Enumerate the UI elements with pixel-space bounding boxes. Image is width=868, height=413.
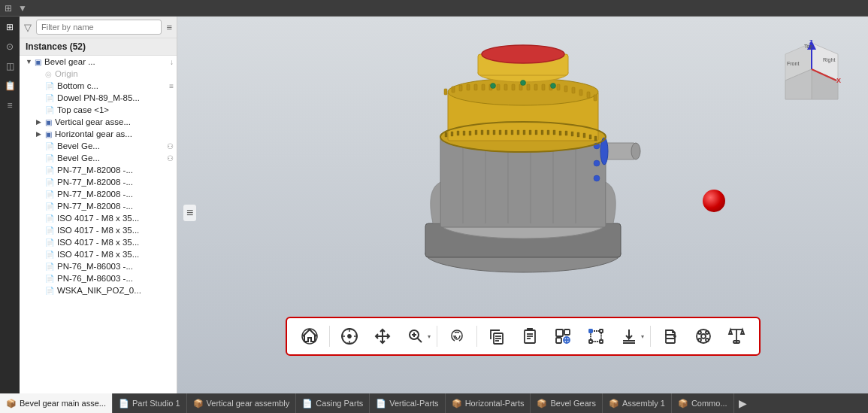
clipboard-icon[interactable]: 📋 xyxy=(2,78,17,93)
tree-item-pn-77-2[interactable]: 📄PN-77_M-82008 -... xyxy=(20,176,177,188)
tree-badge-bottom-c: ≡ xyxy=(169,82,174,90)
tree-item-iso-2[interactable]: 📄ISO 4017 - M8 x 35... xyxy=(20,224,177,236)
clipboard-button[interactable] xyxy=(516,323,543,350)
copy-doc-button[interactable] xyxy=(483,323,510,350)
tree-item-pn-76-2[interactable]: 📄PN-76_M-86003 -... xyxy=(20,272,177,284)
tab-bevel-gears[interactable]: 📦Bevel Gears xyxy=(531,393,603,413)
svg-rect-110 xyxy=(600,340,603,343)
tab-horizontal-parts[interactable]: 📦Horizontal-Parts xyxy=(446,393,531,413)
svg-rect-47 xyxy=(445,132,447,137)
tree-label-dowel: Dowel PN-89_M-85... xyxy=(57,93,174,102)
svg-point-116 xyxy=(706,331,709,334)
sidebar-left-icons: ⊞ ⊙ ◫ 📋 ≡ xyxy=(0,17,20,393)
svg-rect-36 xyxy=(594,95,597,101)
tab-common[interactable]: 📦Commo... xyxy=(672,393,734,413)
tree-item-origin[interactable]: ◎Origin xyxy=(20,68,177,80)
svg-rect-72 xyxy=(594,136,597,141)
tab-scroll-right[interactable]: ▶ xyxy=(734,393,752,413)
tree-label-top-case: Top case <1> xyxy=(57,105,174,114)
svg-line-89 xyxy=(417,339,422,343)
tree-item-bevel-gear-main[interactable]: ▼▣Bevel gear ...↓ xyxy=(20,56,177,68)
tab-label-bevel-gears: Bevel Gears xyxy=(550,399,596,408)
svg-rect-71 xyxy=(589,135,591,139)
main-area: ⊞ ⊙ ◫ 📋 ≡ ▽ ≡ Instances (52) ▼▣Bevel gea… xyxy=(0,17,868,393)
tab-casing-parts[interactable]: 📄Casing Parts xyxy=(296,393,370,413)
grid-icon[interactable]: ⊞ xyxy=(5,3,12,14)
tab-icon-vertical-parts: 📄 xyxy=(376,399,386,408)
svg-rect-70 xyxy=(583,133,585,138)
svg-rect-68 xyxy=(571,132,573,136)
viewport-list-icon[interactable]: ≡ xyxy=(183,205,196,221)
svg-rect-19 xyxy=(467,84,470,90)
tree-item-bevel-ge-2[interactable]: 📄Bevel Ge...⚇ xyxy=(20,152,177,164)
svg-rect-57 xyxy=(505,130,507,135)
tree-item-pn-77-1[interactable]: 📄PN-77_M-82008 -... xyxy=(20,164,177,176)
svg-rect-109 xyxy=(589,340,592,343)
tree-item-dowel[interactable]: 📄Dowel PN-89_M-85... xyxy=(20,92,177,104)
viewport[interactable]: X Z Top Front Right ≡ xyxy=(177,17,868,393)
print-button[interactable] xyxy=(657,323,684,350)
reel-button[interactable] xyxy=(690,323,717,350)
tree-label-wska: WSKA_NIK_POZ_0... xyxy=(57,286,174,295)
circle-icon[interactable]: ⊙ xyxy=(2,39,17,54)
svg-rect-48 xyxy=(451,132,453,136)
download-arrow[interactable]: ▾ xyxy=(641,333,644,340)
tree-item-bottom-c[interactable]: 📄Bottom c...≡ xyxy=(20,80,177,92)
tree-item-bevel-ge-1[interactable]: 📄Bevel Ge...⚇ xyxy=(20,140,177,152)
scale-button[interactable] xyxy=(723,323,750,350)
svg-rect-64 xyxy=(547,130,549,135)
top-bar-icons: ⊞ ▼ xyxy=(5,3,27,14)
surface-button[interactable] xyxy=(443,323,470,350)
list-icon[interactable]: ≡ xyxy=(2,98,17,113)
svg-rect-21 xyxy=(482,84,485,90)
filter-icon[interactable]: ▼ xyxy=(18,3,27,14)
tab-assembly-1[interactable]: 📦Assembly 1 xyxy=(603,393,672,413)
tab-label-casing-parts: Casing Parts xyxy=(316,399,363,408)
tree-container[interactable]: ▼▣Bevel gear ...↓◎Origin📄Bottom c...≡📄Do… xyxy=(20,56,177,393)
insert-button[interactable] xyxy=(549,323,576,350)
toolbar-strip: ▾ xyxy=(286,317,761,356)
svg-rect-31 xyxy=(557,84,560,90)
tree-item-iso-3[interactable]: 📄ISO 4017 - M8 x 35... xyxy=(20,236,177,248)
tree-label-iso-3: ISO 4017 - M8 x 35... xyxy=(57,238,174,247)
tree-item-top-case[interactable]: 📄Top case <1> xyxy=(20,104,177,116)
tab-label-vertical-gear-assembly: Vertical gear assembly xyxy=(207,399,290,408)
orbit-button[interactable] xyxy=(336,323,363,350)
tab-bevel-gear-main-asm[interactable]: 📦Bevel gear main asse... xyxy=(0,393,113,413)
filter-input[interactable] xyxy=(36,20,162,35)
tree-item-iso-4[interactable]: 📄ISO 4017 - M8 x 35... xyxy=(20,248,177,260)
tree-item-pn-77-3[interactable]: 📄PN-77_M-82008 -... xyxy=(20,188,177,200)
download-button[interactable] xyxy=(615,323,643,350)
tree-label-vertical-gear: Vertical gear asse... xyxy=(55,117,174,126)
top-bar: ⊞ ▼ xyxy=(0,0,868,17)
list-view-icon[interactable]: ≡ xyxy=(166,22,172,33)
cube-navigator[interactable]: X Z Top Front Right xyxy=(778,39,845,107)
tree-item-wska[interactable]: 📄WSKA_NIK_POZ_0... xyxy=(20,284,177,296)
tab-part-studio-1[interactable]: 📄Part Studio 1 xyxy=(113,393,187,413)
svg-rect-101 xyxy=(564,329,570,335)
tree-icon[interactable]: ⊞ xyxy=(2,20,17,35)
tab-vertical-gear-assembly[interactable]: 📦Vertical gear assembly xyxy=(187,393,297,413)
tree-item-iso-1[interactable]: 📄ISO 4017 - M8 x 35... xyxy=(20,212,177,224)
zoom-button[interactable] xyxy=(402,323,429,350)
zoom-arrow[interactable]: ▾ xyxy=(428,333,431,340)
pan-button[interactable] xyxy=(369,323,396,350)
tree-item-pn-77-4[interactable]: 📄PN-77_M-82008 -... xyxy=(20,200,177,212)
tree-item-horizontal-gear[interactable]: ▶▣Horizontal gear as... xyxy=(20,128,177,140)
tree-item-pn-76-1[interactable]: 📄PN-76_M-86003 -... xyxy=(20,260,177,272)
svg-rect-20 xyxy=(474,84,477,90)
home-button[interactable] xyxy=(296,323,323,350)
svg-rect-61 xyxy=(529,130,531,135)
tree-item-vertical-gear[interactable]: ▶▣Vertical gear asse... xyxy=(20,116,177,128)
tree-label-iso-4: ISO 4017 - M8 x 35... xyxy=(57,250,174,259)
frame-button[interactable] xyxy=(582,323,609,350)
tab-vertical-parts[interactable]: 📄Vertical-Parts xyxy=(370,393,445,413)
tab-icon-part-studio-1: 📄 xyxy=(119,399,129,408)
tab-label-assembly-1: Assembly 1 xyxy=(622,399,665,408)
svg-rect-25 xyxy=(512,84,515,90)
svg-point-41 xyxy=(520,80,525,86)
tab-icon-bevel-gears: 📦 xyxy=(537,399,547,408)
filter-funnel-icon[interactable]: ▽ xyxy=(24,22,32,33)
svg-point-44 xyxy=(594,160,600,166)
layers-icon[interactable]: ◫ xyxy=(2,59,17,74)
